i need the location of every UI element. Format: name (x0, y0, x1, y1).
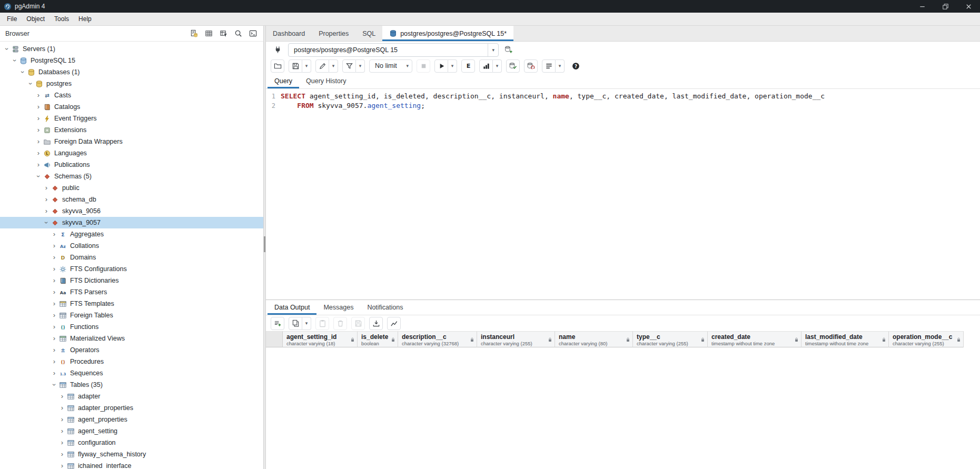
grid-corner-cell[interactable] (266, 331, 283, 347)
expand-icon[interactable]: › (51, 344, 58, 356)
save-menu-button[interactable]: ▾ (302, 59, 311, 73)
psql-tool-button[interactable] (248, 28, 258, 38)
collapse-icon[interactable]: › (1, 45, 13, 53)
tab-notifications[interactable]: Notifications (360, 300, 410, 315)
tree-item-flyway-schema-history[interactable]: ›flyway_schema_history (0, 448, 263, 460)
menu-tools[interactable]: Tools (50, 13, 74, 25)
tree-item-servers-1[interactable]: ›Servers (1) (0, 43, 263, 55)
help-button[interactable]: ? (569, 59, 582, 73)
expand-icon[interactable]: › (51, 240, 58, 252)
tab-query-history[interactable]: Query History (299, 74, 353, 88)
download-button[interactable] (369, 317, 383, 330)
expand-icon[interactable]: › (51, 367, 58, 379)
column-header-description-c[interactable]: description__ccharacter varying (32768) (398, 331, 477, 347)
tree-item-publications[interactable]: ›Publications (0, 159, 263, 171)
tree-item-extensions[interactable]: ›Extensions (0, 124, 263, 136)
column-header-last-modified-date[interactable]: last_modified_datetimestamp without time… (801, 331, 889, 347)
tree-item-casts[interactable]: ›⇄Casts (0, 89, 263, 101)
tree-item-foreign-tables[interactable]: ›Foreign Tables (0, 310, 263, 321)
execute-menu-button[interactable]: ▾ (448, 59, 457, 73)
sql-editor[interactable]: 1SELECT agent_setting_id, is_deleted, de… (266, 89, 980, 300)
expand-icon[interactable]: › (58, 414, 66, 425)
panel-splitter[interactable] (263, 26, 266, 469)
save-data-button[interactable] (351, 317, 365, 330)
expand-icon[interactable]: › (43, 182, 50, 194)
tree-item-catalogs[interactable]: ›Catalogs (0, 101, 263, 113)
new-connection-button[interactable] (502, 43, 516, 56)
tab-query[interactable]: Query (268, 74, 299, 88)
explain-button[interactable]: E (461, 59, 475, 73)
tab-postgres-postgres-postgresql-15[interactable]: postgres/postgres@PostgreSQL 15* (382, 26, 513, 41)
tree-item-databases-1[interactable]: ›Databases (1) (0, 66, 263, 78)
delete-row-button[interactable] (333, 317, 347, 330)
tree-item-event-triggers[interactable]: ›Event Triggers (0, 113, 263, 124)
collapse-icon[interactable]: › (48, 381, 60, 388)
tree-item-sequences[interactable]: ›1.3Sequences (0, 367, 263, 379)
explain-analyze-menu-button[interactable]: ▾ (493, 59, 502, 73)
column-header-created-date[interactable]: created_datetimestamp without time zone (708, 331, 801, 347)
expand-icon[interactable]: › (51, 286, 58, 298)
close-button[interactable] (957, 0, 980, 13)
tree-item-adapter[interactable]: ›adapter (0, 391, 263, 402)
copy-menu-button[interactable]: ▾ (302, 317, 311, 330)
tree-item-postgres[interactable]: ›postgres (0, 78, 263, 89)
minimize-button[interactable] (910, 0, 934, 13)
tree-item-agent-setting[interactable]: ›agent_setting (0, 425, 263, 437)
tree-item-skyvva-9056[interactable]: ›skyvva_9056 (0, 205, 263, 217)
expand-icon[interactable]: › (51, 310, 58, 321)
expand-icon[interactable]: › (58, 437, 66, 448)
query-tool-button[interactable] (189, 28, 199, 38)
tree-item-aggregates[interactable]: ›ΣAggregates (0, 228, 263, 240)
tree-item-operators[interactable]: ›±Operators (0, 344, 263, 356)
collapse-icon[interactable]: › (41, 219, 52, 226)
tree-item-materialized-views[interactable]: ›Materialized Views (0, 333, 263, 344)
menu-file[interactable]: File (2, 13, 22, 25)
tree-item-languages[interactable]: ›LLanguages (0, 147, 263, 159)
expand-icon[interactable]: › (58, 391, 66, 402)
expand-icon[interactable]: › (51, 228, 58, 240)
execute-button[interactable] (434, 59, 448, 73)
expand-icon[interactable]: › (51, 356, 58, 367)
tree-item-configuration[interactable]: ›configuration (0, 437, 263, 448)
expand-icon[interactable]: › (35, 124, 42, 136)
tree-item-postgresql-15[interactable]: ›PostgreSQL 15 (0, 55, 263, 66)
tree-item-collations[interactable]: ›AzCollations (0, 240, 263, 252)
expand-icon[interactable]: › (35, 136, 42, 147)
tree-item-public[interactable]: ›public (0, 182, 263, 194)
explain-analyze-button[interactable] (479, 59, 493, 73)
tab-properties[interactable]: Properties (312, 26, 355, 41)
expand-icon[interactable]: › (51, 298, 58, 310)
expand-icon[interactable]: › (58, 425, 66, 437)
row-limit-select[interactable]: No limit▾ (369, 59, 412, 73)
expand-icon[interactable]: › (51, 252, 58, 263)
expand-icon[interactable]: › (51, 275, 58, 286)
tab-data-output[interactable]: Data Output (268, 300, 316, 315)
tree-item-functions[interactable]: ›()Functions (0, 321, 263, 333)
tab-messages[interactable]: Messages (316, 300, 360, 315)
menu-help[interactable]: Help (74, 13, 96, 25)
expand-icon[interactable]: › (35, 89, 42, 101)
tree-item-ichained-interface[interactable]: ›ichained_interface (0, 460, 263, 469)
tree-item-fts-templates[interactable]: ›FTS Templates (0, 298, 263, 310)
expand-icon[interactable]: › (58, 460, 66, 469)
tree-item-procedures[interactable]: ›()Procedures (0, 356, 263, 367)
filtered-rows-button[interactable] (219, 28, 229, 38)
tree-item-schema-db[interactable]: ›schema_db (0, 194, 263, 205)
expand-icon[interactable]: › (58, 448, 66, 460)
menu-object[interactable]: Object (22, 13, 50, 25)
edit-button[interactable] (315, 59, 329, 73)
tree-item-skyvva-9057[interactable]: ›skyvva_9057 (0, 217, 263, 228)
tree-item-foreign-data-wrappers[interactable]: ›Foreign Data Wrappers (0, 136, 263, 147)
rollback-button[interactable] (524, 59, 538, 73)
edit-menu-button[interactable]: ▾ (329, 59, 338, 73)
tree-item-agent-properties[interactable]: ›agent_properties (0, 414, 263, 425)
tree-item-fts-dictionaries[interactable]: ›FTS Dictionaries (0, 275, 263, 286)
collapse-icon[interactable]: › (25, 80, 36, 87)
tree-item-tables-35[interactable]: ›Tables (35) (0, 379, 263, 391)
tree-item-fts-configurations[interactable]: ›FTS Configurations (0, 263, 263, 275)
open-file-button[interactable] (271, 59, 284, 73)
tab-dashboard[interactable]: Dashboard (266, 26, 312, 41)
tree-item-adapter-properties[interactable]: ›adapter_properties (0, 402, 263, 414)
tree-item-domains[interactable]: ›DDomains (0, 252, 263, 263)
expand-icon[interactable]: › (35, 147, 42, 159)
